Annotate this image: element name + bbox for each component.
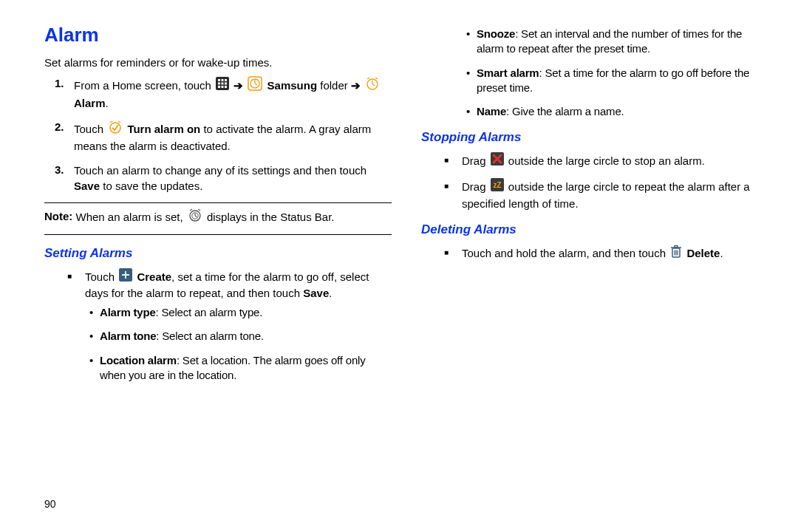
numbered-steps: From a Home screen, touch ➔ Samsung fold… [44, 76, 392, 194]
arrow-2: ➔ [351, 79, 364, 92]
opt-name: Name: Give the alarm a name. [477, 104, 768, 119]
setting-save: Save [303, 287, 329, 299]
note-row: Note: When an alarm is set, displays in … [44, 208, 392, 226]
stopping-repeat: Drag zZ outside the large circle to repe… [462, 178, 768, 211]
step-3-save: Save [74, 180, 100, 192]
plus-icon [119, 268, 132, 285]
svg-line-26 [190, 209, 192, 211]
trash-icon [670, 245, 682, 262]
deleting-a1: Touch and hold the alarm, and then touch [462, 246, 669, 259]
divider-top [44, 202, 392, 203]
stop-x-icon [491, 152, 504, 169]
step-1-dot: . [106, 97, 109, 109]
b4-label: Snooze [477, 27, 515, 40]
stopping-b1: Drag [462, 180, 489, 193]
svg-rect-5 [222, 83, 224, 85]
step-3-text-a: Touch an alarm to change any of its sett… [74, 164, 366, 177]
opt-location-alarm: Location alarm: Set a location. The alar… [100, 353, 392, 383]
b1-label: Alarm type [100, 306, 156, 318]
opt-alarm-type: Alarm type: Select an alarm type. [100, 305, 392, 320]
setting-sublist-cont: Snooze: Set an interval and the number o… [421, 27, 768, 119]
b2-text: : Select an alarm tone. [156, 330, 263, 342]
left-column: Alarm Set alarms for reminders or for wa… [44, 22, 392, 392]
svg-rect-1 [218, 79, 220, 81]
step-1: From a Home screen, touch ➔ Samsung fold… [74, 76, 392, 110]
divider-bottom [44, 234, 392, 235]
opt-snooze: Snooze: Set an interval and the number o… [477, 27, 768, 57]
stopping-list: Drag outside the large circle to stop an… [421, 152, 768, 211]
step-1-alarm: Alarm [74, 97, 106, 109]
step-1-text-a: From a Home screen, touch [74, 79, 214, 92]
stopping-a1: Drag [462, 154, 489, 167]
alarm-toggle-icon [108, 120, 123, 138]
note-a: When an alarm is set, [76, 211, 186, 223]
svg-rect-4 [218, 83, 220, 85]
deleting-list: Touch and hold the alarm, and then touch… [421, 245, 768, 262]
step-2-text-a: Touch [74, 122, 106, 134]
svg-line-18 [375, 78, 378, 79]
step-2: Touch Turn alarm on to activate the alar… [74, 120, 392, 154]
svg-rect-2 [222, 79, 224, 81]
alarm-clock-icon [365, 76, 380, 95]
svg-line-16 [372, 84, 375, 86]
deleting-item: Touch and hold the alarm, and then touch… [462, 245, 768, 262]
setting-list: Touch Create, set a time for the alarm t… [44, 268, 392, 383]
setting-create: Touch Create, set a time for the alarm t… [85, 268, 392, 383]
svg-rect-8 [222, 86, 224, 88]
snooze-zz-icon: zZ [491, 178, 504, 195]
step-3: Touch an alarm to change any of its sett… [74, 163, 392, 194]
intro-text: Set alarms for reminders or for wake-up … [44, 55, 392, 70]
setting-sublist: Alarm type: Select an alarm type. Alarm … [85, 305, 392, 383]
step-1-samsung: Samsung [267, 79, 318, 92]
stopping-stop: Drag outside the large circle to stop an… [462, 152, 768, 169]
stopping-alarms-heading: Stopping Alarms [421, 129, 768, 146]
deleting-a3: . [720, 246, 723, 259]
deleting-a2: Delete [686, 246, 720, 259]
svg-rect-6 [225, 83, 227, 85]
b3-label: Location alarm [100, 354, 177, 366]
setting-a1: Touch [85, 270, 117, 282]
stopping-b2: outside the large circle to repeat the a… [462, 180, 750, 210]
stopping-a2: outside the large circle to stop an alar… [508, 154, 705, 167]
samsung-folder-icon [248, 76, 262, 95]
b1-text: : Select an alarm type. [156, 306, 263, 318]
right-column: Snooze: Set an interval and the number o… [421, 22, 768, 392]
deleting-alarms-heading: Deleting Alarms [421, 222, 768, 239]
svg-rect-7 [218, 86, 220, 88]
opt-alarm-tone: Alarm tone: Select an alarm tone. [100, 329, 392, 344]
svg-line-21 [118, 121, 120, 123]
b6-text: : Give the alarm a name. [506, 105, 624, 117]
note-b: displays in the Status Bar. [207, 211, 335, 223]
svg-rect-40 [675, 245, 678, 248]
svg-rect-3 [225, 79, 227, 81]
setting-a5: . [329, 287, 332, 299]
svg-text:zZ: zZ [493, 181, 501, 189]
statusbar-alarm-icon [188, 208, 202, 226]
step-3-text-c: to save the updates. [100, 180, 202, 192]
opt-smart-alarm: Smart alarm: Set a time for the alarm to… [477, 66, 768, 96]
b2-label: Alarm tone [100, 330, 156, 342]
note-label: Note: [44, 210, 72, 222]
setting-create-label: Create [137, 270, 171, 282]
step-1-folder: folder [320, 79, 351, 92]
svg-point-19 [110, 123, 120, 133]
svg-line-27 [198, 209, 200, 211]
b4-text: : Set an interval and the number of time… [477, 27, 742, 55]
apps-grid-icon [216, 77, 229, 94]
b5-label: Smart alarm [477, 66, 539, 79]
svg-line-13 [255, 83, 257, 85]
alarm-heading: Alarm [44, 22, 392, 48]
step-2-turn-on: Turn alarm on [127, 122, 200, 134]
svg-line-17 [367, 78, 369, 79]
svg-rect-9 [225, 86, 227, 88]
setting-alarms-heading: Setting Alarms [44, 245, 392, 262]
arrow-1: ➔ [233, 79, 246, 92]
svg-line-25 [195, 216, 197, 217]
b6-label: Name [477, 105, 506, 117]
svg-line-20 [110, 121, 112, 123]
